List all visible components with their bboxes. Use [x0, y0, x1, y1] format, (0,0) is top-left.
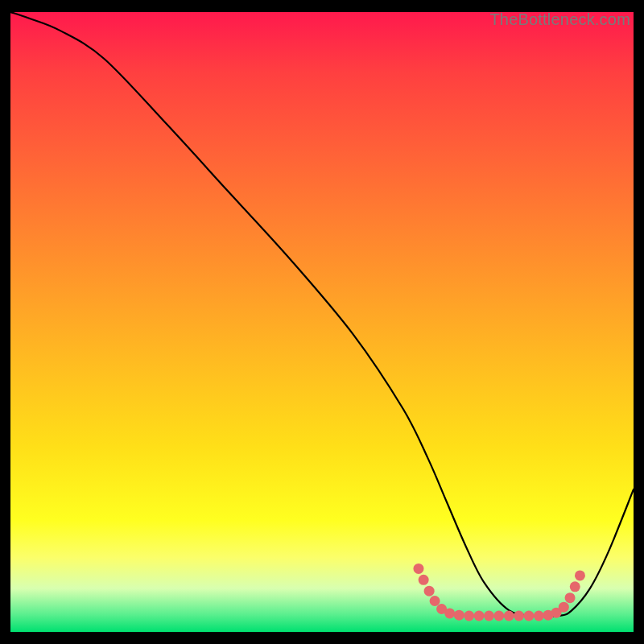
marker-dot [570, 581, 580, 592]
watermark-text: TheBottleneck.com [489, 10, 630, 29]
marker-dot [430, 596, 440, 606]
highlight-markers [413, 564, 584, 621]
marker-dot [523, 610, 534, 621]
marker-dot [413, 564, 423, 574]
marker-dot [514, 610, 524, 621]
main-curve [10, 12, 634, 617]
marker-dot [424, 586, 435, 597]
marker-dot [534, 610, 544, 621]
marker-dot [565, 592, 576, 603]
marker-dot [474, 610, 485, 621]
marker-dot [559, 602, 569, 613]
chart-svg [10, 12, 634, 632]
marker-dot [419, 575, 429, 585]
marker-dot [493, 610, 504, 621]
marker-dot [504, 610, 514, 621]
marker-dot [575, 570, 585, 580]
chart-frame: TheBottleneck.com [10, 12, 634, 632]
marker-dot [464, 610, 474, 621]
marker-dot [444, 608, 455, 618]
marker-dot [484, 610, 494, 621]
marker-dot [454, 610, 464, 621]
